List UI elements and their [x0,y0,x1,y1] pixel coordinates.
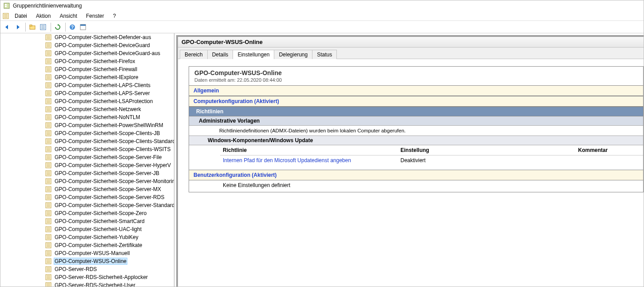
band-allgemein[interactable]: Allgemein [189,85,643,96]
tree-item[interactable]: GPO-Computer-Sicherheit-Scope-Server-RDS [0,193,174,201]
tree-item[interactable]: GPO-Computer-Sicherheit-Scope-Server-JB [0,169,174,177]
band-admin-vorlagen[interactable]: Administrative Vorlagen [189,116,643,126]
tree-item[interactable]: GPO-Computer-Sicherheit-LAPS-Clients [0,81,174,89]
svg-rect-16 [80,24,86,26]
tree-item[interactable]: GPO-Computer-Sicherheit-PowerShellWinRM [0,121,174,129]
tree-item[interactable]: GPO-Computer-Sicherheit-DeviceGuard-aus [0,49,174,57]
gpo-icon [45,138,52,145]
tree-item[interactable]: GPO-Computer-Sicherheit-LSAProtection [0,97,174,105]
list-button[interactable] [38,22,48,32]
properties-button[interactable] [78,22,88,32]
tree-item[interactable]: GPO-Computer-Sicherheit-Scope-Server-Hyp… [0,161,174,169]
tree-item-label: GPO-Computer-Sicherheit-NoNTLM [54,114,141,120]
titlebar: Gruppenrichtlinienverwaltung [0,0,644,11]
tree-item-label: GPO-Server-RDS [54,266,98,272]
forward-button[interactable] [13,22,23,32]
tree-item[interactable]: GPO-Computer-Sicherheit-SmartCard [0,217,174,225]
menu-file[interactable]: Datei [11,12,31,20]
tree-item-label: GPO-Computer-Sicherheit-Scope-Server-MX [54,186,162,192]
tab-bereich[interactable]: Bereich [180,50,208,59]
window-title: Gruppenrichtlinienverwaltung [13,3,82,9]
back-button[interactable] [2,22,12,32]
tree-item[interactable]: GPO-Computer-Sicherheit-Scope-Server-Fil… [0,153,174,161]
tree-item[interactable]: GPO-Computer-Sicherheit-Firefox [0,57,174,65]
tree-item-label: GPO-Computer-Sicherheit-Scope-Clients-JB [54,130,161,136]
band-user-config-link[interactable]: Benutzerkonfiguration (Aktiviert) [194,172,277,178]
gpo-icon [45,202,52,209]
tree-item[interactable]: GPO-Computer-Sicherheit-Scope-Zero [0,209,174,217]
band-comp-config-link[interactable]: Computerkonfiguration (Aktiviert) [194,98,279,104]
tree-item[interactable]: GPO-Server-RDS [0,265,174,273]
tree-item[interactable]: GPO-Computer-Sicherheit-DeviceGuard [0,41,174,49]
gpo-icon [45,218,52,225]
tree-item[interactable]: GPO-Computer-Sicherheit-Scope-Clients-JB [0,129,174,137]
tab-einstellungen[interactable]: Einstellungen [233,50,274,59]
tree-item-label: GPO-Server-RDS-Sicherheit-User [54,282,136,287]
tree-item-label: GPO-Computer-Sicherheit-Netzwerk [54,106,142,112]
tree-item[interactable]: GPO-Computer-Sicherheit-IExplore [0,73,174,81]
tree-item-label: GPO-Computer-Sicherheit-YubiKey [54,234,139,240]
tree-item[interactable]: GPO-Computer-WSUS-Manuell [0,249,174,257]
gpo-icon [45,74,52,81]
band-allgemein-link[interactable]: Allgemein [194,88,219,94]
gpo-icon [45,98,52,105]
gpo-icon [45,266,52,273]
menu-action[interactable]: Aktion [32,12,54,20]
tree-item-label: GPO-Computer-Sicherheit-Scope-Server-RDS [54,194,165,200]
menu-window[interactable]: Fenster [83,12,108,20]
tree-item[interactable]: GPO-Computer-Sicherheit-YubiKey [0,233,174,241]
tree-item[interactable]: GPO-Computer-Sicherheit-Defender-aus [0,33,174,41]
no-settings-table: Keine Einstellungen definiert [220,180,643,190]
svg-rect-8 [30,25,32,26]
th-policy: Richtlinie [220,145,398,155]
tree-item[interactable]: GPO-Computer-Sicherheit-Zertifikate [0,241,174,249]
tree-item[interactable]: GPO-Computer-Sicherheit-Scope-Clients-St… [0,137,174,145]
toolbar-separator [65,23,66,32]
svg-rect-2 [5,6,7,7]
help-button[interactable]: ? [67,22,77,32]
tree-item-label: GPO-Computer-Sicherheit-Scope-Server-Mon… [54,178,174,184]
browse-button[interactable] [28,22,37,32]
tree-item[interactable]: GPO-Computer-Sicherheit-UAC-light [0,225,174,233]
tree-item-label: GPO-Computer-Sicherheit-Zertifikate [54,242,143,248]
menu-help[interactable]: ? [109,12,119,20]
tree-item[interactable]: GPO-Computer-Sicherheit-Scope-Server-MX [0,185,174,193]
tree-item-label: GPO-Computer-Sicherheit-Defender-aus [54,34,152,40]
tree-item-label: GPO-Computer-Sicherheit-Firefox [54,58,136,64]
svg-rect-141 [46,283,51,287]
no-settings-cell: Keine Einstellungen definiert [220,180,643,190]
band-richtlinien[interactable]: Richtlinien [189,107,643,116]
tab-details[interactable]: Details [207,50,233,59]
band-win-update[interactable]: Windows-Komponenten/Windows Update [189,136,643,145]
gpo-icon [45,242,52,249]
refresh-button[interactable] [53,22,63,32]
tree-item[interactable]: GPO-Computer-WSUS-Online [0,257,174,265]
policy-link[interactable]: Internen Pfad für den Microsoft Updatedi… [223,157,351,163]
tree-item[interactable]: GPO-Server-RDS-Sicherheit-User [0,281,174,287]
tree-item[interactable]: GPO-Server-RDS-Sicherheit-Applocker [0,273,174,281]
app-window: Gruppenrichtlinienverwaltung Datei Aktio… [0,0,644,287]
menu-view[interactable]: Ansicht [56,12,80,20]
band-comp-config[interactable]: Computerkonfiguration (Aktiviert) [189,96,643,107]
menu-app-icon [2,12,9,20]
tree-scroll[interactable]: GPO-Computer-Sicherheit-Defender-ausGPO-… [0,33,174,287]
gpo-icon [45,234,52,241]
gpo-icon [45,274,52,281]
tree-item[interactable]: GPO-Computer-Sicherheit-Scope-Clients-WS… [0,145,174,153]
app-icon [3,2,10,9]
tab-delegierung[interactable]: Delegierung [274,50,312,59]
tree-item-label: GPO-Computer-WSUS-Manuell [54,250,130,256]
tree-item-label: GPO-Computer-Sicherheit-Scope-Server-Fil… [54,154,162,160]
tree-item[interactable]: GPO-Computer-Sicherheit-Scope-Server-Sta… [0,201,174,209]
tree-item[interactable]: GPO-Computer-Sicherheit-Scope-Server-Mon… [0,177,174,185]
tree-item[interactable]: GPO-Computer-Sicherheit-NoNTLM [0,113,174,121]
tree-item-label: GPO-Computer-Sicherheit-Firewall [54,66,138,72]
tab-status[interactable]: Status [312,50,337,59]
gpo-icon [45,106,52,113]
band-user-config[interactable]: Benutzerkonfiguration (Aktiviert) [189,170,643,180]
tree-item[interactable]: GPO-Computer-Sicherheit-LAPS-Server [0,89,174,97]
svg-rect-1 [5,4,7,5]
tree-item[interactable]: GPO-Computer-Sicherheit-Firewall [0,65,174,73]
tree-item[interactable]: GPO-Computer-Sicherheit-Netzwerk [0,105,174,113]
tree-item-label: GPO-Computer-Sicherheit-SmartCard [54,218,146,224]
